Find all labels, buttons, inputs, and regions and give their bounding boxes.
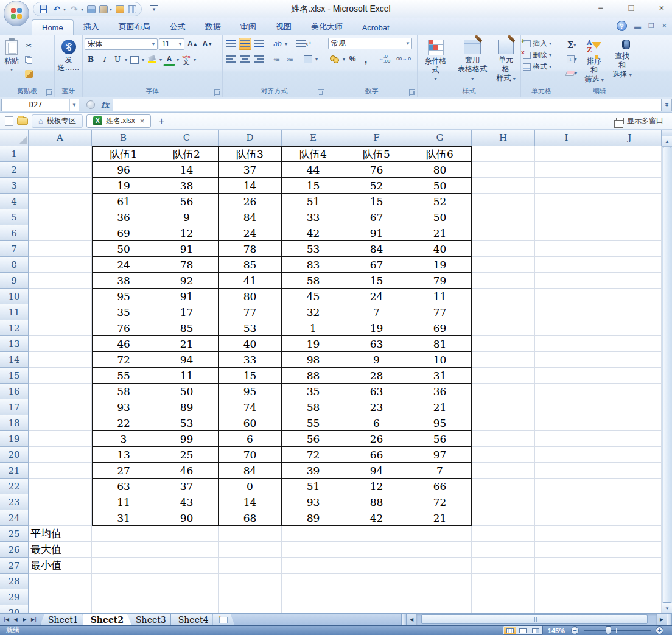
row-header-21[interactable]: 21 [0, 463, 29, 479]
cell-H26[interactable] [472, 542, 535, 558]
tab-home[interactable]: Home [32, 19, 74, 35]
cell-B3[interactable]: 19 [92, 178, 155, 194]
insert-cells-button[interactable]: 插入▾ [523, 38, 560, 49]
cell-A23[interactable] [29, 494, 92, 510]
cell-B25[interactable] [92, 526, 155, 542]
cell-A11[interactable] [29, 304, 92, 320]
cell-G18[interactable]: 95 [408, 415, 472, 431]
underline-button[interactable]: U [111, 54, 124, 66]
row-header-7[interactable]: 7 [0, 241, 29, 257]
cell-A6[interactable] [29, 225, 92, 241]
cell-F7[interactable]: 84 [345, 241, 408, 257]
cell-I9[interactable] [535, 273, 598, 289]
customize-qat-icon[interactable]: ▾ [150, 5, 158, 13]
page-break-view-icon[interactable] [530, 627, 542, 634]
cell-A28[interactable] [29, 574, 92, 589]
cell-D5[interactable]: 84 [219, 209, 282, 225]
cut-icon[interactable]: ✂ [23, 40, 35, 52]
cell-F23[interactable]: 88 [345, 494, 408, 510]
cell-I8[interactable] [535, 257, 598, 273]
cell-D29[interactable] [219, 589, 282, 605]
cell-E17[interactable]: 58 [282, 399, 345, 415]
horizontal-scroll-thumb[interactable] [421, 614, 648, 624]
cell-C21[interactable]: 46 [155, 463, 219, 479]
cell-A24[interactable] [29, 510, 92, 526]
cell-A10[interactable] [29, 289, 92, 304]
cell-B7[interactable]: 50 [92, 241, 155, 257]
cell-I26[interactable] [535, 542, 598, 558]
cell-G20[interactable]: 97 [408, 447, 472, 463]
workbook-close-icon[interactable]: ✕ [662, 22, 667, 30]
cell-B16[interactable]: 58 [92, 384, 155, 399]
cell-F27[interactable] [345, 558, 408, 574]
cell-G1[interactable]: 队伍6 [408, 146, 472, 162]
cell-styles-button[interactable]: 单元格样式 ▾ [493, 38, 519, 87]
maximize-icon[interactable]: □ [625, 2, 638, 13]
page-layout-view-icon[interactable] [517, 627, 529, 634]
clear-icon[interactable]: ▾ [564, 67, 579, 79]
row-header-12[interactable]: 12 [0, 320, 29, 336]
format-as-table-button[interactable]: 套用表格格式 ▾ [454, 38, 491, 87]
bluetooth-send-button[interactable]: 发 送…… [57, 38, 80, 74]
cell-A26[interactable]: 最大值 [29, 542, 92, 558]
cell-G3[interactable]: 50 [408, 178, 472, 194]
row-header-17[interactable]: 17 [0, 399, 29, 415]
cell-I17[interactable] [535, 399, 598, 415]
redo-icon[interactable]: ↷ [69, 4, 79, 14]
cell-C1[interactable]: 队伍2 [155, 146, 219, 162]
name-box[interactable]: D27 ▼ [1, 99, 79, 111]
cell-B27[interactable] [92, 558, 155, 574]
cell-G27[interactable] [408, 558, 472, 574]
cell-E13[interactable]: 19 [282, 336, 345, 352]
cell-H11[interactable] [472, 304, 535, 320]
clipboard-dialog-launcher[interactable] [46, 89, 52, 96]
cell-F10[interactable]: 24 [345, 289, 408, 304]
cell-J10[interactable] [598, 289, 662, 304]
cell-G8[interactable]: 19 [408, 257, 472, 273]
minimize-icon[interactable]: − [594, 2, 607, 13]
new-document-tab-icon[interactable]: + [155, 116, 167, 127]
cell-F2[interactable]: 76 [345, 162, 408, 178]
cell-A15[interactable] [29, 368, 92, 384]
cell-A27[interactable]: 最小值 [29, 558, 92, 574]
increase-indent-icon[interactable]: »≡ [284, 53, 296, 65]
cell-B13[interactable]: 46 [92, 336, 155, 352]
undo-dropdown[interactable]: ▾ [63, 7, 66, 12]
cell-H27[interactable] [472, 558, 535, 574]
template-zone-tab[interactable]: ⌂ 模板专区 [32, 114, 83, 128]
cell-D16[interactable]: 95 [219, 384, 282, 399]
cell-J9[interactable] [598, 273, 662, 289]
zoom-out-icon[interactable]: − [571, 626, 579, 634]
cell-E6[interactable]: 42 [282, 225, 345, 241]
cell-C25[interactable] [155, 526, 219, 542]
cell-A18[interactable] [29, 415, 92, 431]
cell-A17[interactable] [29, 399, 92, 415]
cell-G25[interactable] [408, 526, 472, 542]
cell-F16[interactable]: 63 [345, 384, 408, 399]
cell-J16[interactable] [598, 384, 662, 399]
cell-D28[interactable] [219, 574, 282, 589]
cell-F24[interactable]: 42 [345, 510, 408, 526]
cell-H25[interactable] [472, 526, 535, 542]
cell-C3[interactable]: 38 [155, 178, 219, 194]
cell-E24[interactable]: 89 [282, 510, 345, 526]
borders-dropdown[interactable]: ▾ [142, 57, 144, 63]
cell-B29[interactable] [92, 589, 155, 605]
cell-C9[interactable]: 92 [155, 273, 219, 289]
cell-H2[interactable] [472, 162, 535, 178]
accounting-dropdown[interactable]: ▾ [343, 57, 345, 62]
cell-G30[interactable] [408, 605, 472, 613]
cell-I30[interactable] [535, 605, 598, 613]
cell-I12[interactable] [535, 320, 598, 336]
cell-H5[interactable] [472, 209, 535, 225]
cell-J22[interactable] [598, 479, 662, 494]
cell-G24[interactable]: 21 [408, 510, 472, 526]
alignment-dialog-launcher[interactable] [318, 89, 324, 96]
cell-I15[interactable] [535, 368, 598, 384]
cell-D25[interactable] [219, 526, 282, 542]
first-sheet-icon[interactable]: |◀ [2, 617, 10, 622]
decrease-indent-icon[interactable]: «≡ [270, 53, 282, 65]
bold-button[interactable]: B [85, 54, 97, 66]
cell-B8[interactable]: 24 [92, 257, 155, 273]
row-header-3[interactable]: 3 [0, 178, 29, 194]
